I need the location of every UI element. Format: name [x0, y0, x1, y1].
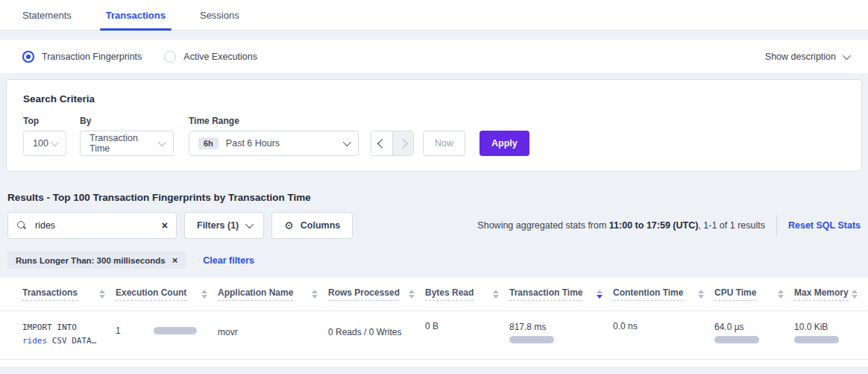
search-criteria-title: Search Criteria	[23, 93, 845, 105]
column-header-rows-processed[interactable]: Rows Processed	[328, 287, 425, 301]
cell-bytes-read: 0 B	[425, 321, 509, 348]
chevron-down-icon	[245, 220, 254, 228]
cell-contention-time: 0.0 ns	[613, 321, 714, 348]
time-window-pager	[371, 131, 414, 156]
time-range-select[interactable]: 6h Past 6 Hours	[189, 131, 359, 156]
table-header-row: Transactions Execution Count Application…	[0, 278, 868, 311]
filters-button[interactable]: Filters (1)	[184, 212, 264, 239]
radio-selected-icon	[22, 51, 34, 63]
columns-button-label: Columns	[301, 220, 340, 231]
columns-button[interactable]: ⚙ Columns	[271, 212, 353, 239]
cell-max-memory: 10.0 KiB	[794, 321, 868, 348]
search-box: ×	[7, 212, 177, 239]
results-table: Transactions Execution Count Application…	[0, 278, 868, 367]
cell-execution-count: 1	[116, 321, 218, 348]
cell-application-name: movr	[218, 321, 328, 348]
now-button[interactable]: Now	[423, 131, 465, 156]
cpu-time-bar	[714, 336, 759, 343]
top-label: Top	[23, 116, 80, 126]
sort-icon	[201, 290, 207, 299]
chevron-down-icon	[343, 138, 351, 146]
filters-button-label: Filters (1)	[197, 220, 239, 231]
by-label: By	[80, 116, 189, 126]
sort-icon	[99, 290, 105, 299]
search-input[interactable]	[34, 219, 155, 231]
column-header-cpu-time[interactable]: CPU Time	[714, 287, 794, 301]
gear-icon: ⚙	[284, 219, 294, 231]
column-header-transaction-time[interactable]: Transaction Time	[509, 287, 613, 301]
sql-highlight: rides	[22, 336, 47, 346]
chevron-right-icon	[398, 139, 408, 149]
sort-icon	[852, 290, 858, 299]
max-memory-bar	[794, 336, 839, 343]
chevron-down-icon	[843, 51, 851, 59]
search-criteria-card: Search Criteria Top 100 By Transaction T…	[6, 79, 862, 172]
column-header-max-memory[interactable]: Max Memory	[794, 287, 868, 301]
sort-icon	[778, 290, 784, 299]
column-header-execution-count[interactable]: Execution Count	[116, 287, 218, 301]
apply-button[interactable]: Apply	[479, 131, 529, 156]
chevron-down-icon	[51, 138, 59, 146]
search-icon	[16, 220, 27, 231]
table-row: IMPORT INTO rides CSV DATA… 1 movr 0 Rea…	[0, 311, 868, 360]
time-range-label: Time Range	[189, 116, 359, 126]
radio-label: Active Executions	[183, 52, 257, 62]
previous-time-window-button[interactable]	[371, 131, 392, 155]
cell-rows-processed: 0 Reads / 0 Writes	[328, 321, 425, 348]
transaction-time-bar	[509, 336, 554, 343]
radio-active-executions[interactable]: Active Executions	[164, 51, 257, 63]
cell-transaction-time: 817.8 ms	[509, 321, 613, 348]
chevron-down-icon	[158, 138, 166, 146]
top-value: 100	[33, 138, 48, 149]
column-header-transactions[interactable]: Transactions	[22, 287, 116, 301]
sort-icon	[312, 290, 318, 299]
radio-transaction-fingerprints[interactable]: Transaction Fingerprints	[22, 51, 142, 63]
sort-icon	[493, 290, 499, 299]
show-description-label: Show description	[765, 52, 836, 62]
sort-icon-active-desc	[597, 290, 603, 299]
results-heading: Results - Top 100 Transaction Fingerprin…	[7, 192, 861, 203]
column-header-bytes-read[interactable]: Bytes Read	[425, 287, 509, 301]
filter-tag-label: Runs Longer Than: 300 milliseconds	[16, 256, 166, 265]
stats-time-range: 11:00 to 17:59 (UTC)	[609, 220, 698, 231]
tab-statements[interactable]: Statements	[22, 0, 72, 31]
remove-filter-icon[interactable]: ×	[172, 255, 178, 266]
results-controls: × Filters (1) ⚙ Columns Showing aggregat…	[7, 212, 861, 239]
chevron-left-icon	[377, 139, 387, 149]
filter-tag: Runs Longer Than: 300 milliseconds ×	[7, 252, 186, 269]
clear-search-icon[interactable]: ×	[162, 220, 168, 231]
by-value: Transaction Time	[89, 133, 158, 154]
time-range-badge: 6h	[198, 137, 218, 149]
radio-unselected-icon	[164, 51, 176, 63]
aggregated-stats-text: Showing aggregated stats from 11:00 to 1…	[477, 220, 765, 231]
column-header-application-name[interactable]: Application Name	[218, 287, 328, 301]
sort-icon	[698, 290, 704, 299]
show-description-toggle[interactable]: Show description	[765, 52, 849, 62]
cell-cpu-time: 64.0 µs	[714, 321, 794, 348]
execution-count-bar	[154, 327, 197, 334]
vertical-divider	[776, 215, 777, 236]
transaction-fingerprint-link[interactable]: IMPORT INTO rides CSV DATA…	[22, 321, 116, 348]
top-select[interactable]: 100	[23, 131, 66, 156]
view-toggle-strip: Transaction Fingerprints Active Executio…	[0, 40, 868, 73]
next-time-window-button[interactable]	[392, 131, 413, 155]
clear-filters-link[interactable]: Clear filters	[203, 255, 254, 266]
filter-tags-row: Runs Longer Than: 300 milliseconds × Cle…	[7, 252, 861, 269]
sort-icon	[409, 290, 415, 299]
by-select[interactable]: Transaction Time	[80, 131, 174, 156]
tab-transactions[interactable]: Transactions	[106, 0, 166, 31]
radio-label: Transaction Fingerprints	[42, 52, 142, 62]
reset-sql-stats-link[interactable]: Reset SQL Stats	[788, 220, 861, 231]
column-header-contention-time[interactable]: Contention Time	[613, 287, 714, 301]
page-tabs: Statements Transactions Sessions	[0, 0, 868, 31]
time-range-value: Past 6 Hours	[226, 138, 280, 149]
tab-sessions[interactable]: Sessions	[200, 0, 239, 31]
